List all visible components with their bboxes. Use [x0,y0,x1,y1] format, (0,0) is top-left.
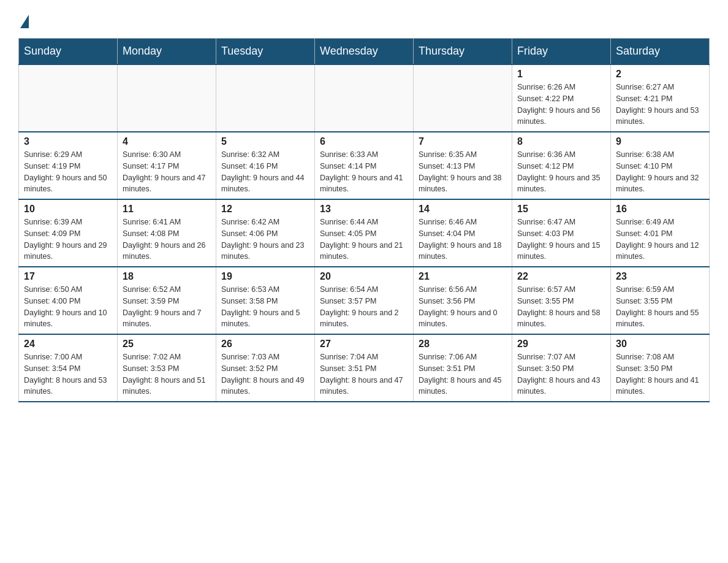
weekday-header-saturday: Saturday [611,39,710,65]
day-info: Sunrise: 6:47 AM Sunset: 4:03 PM Dayligh… [517,216,605,262]
day-info: Sunrise: 7:07 AM Sunset: 3:50 PM Dayligh… [517,351,605,397]
calendar-cell: 19Sunrise: 6:53 AM Sunset: 3:58 PM Dayli… [216,267,315,334]
day-info: Sunrise: 7:04 AM Sunset: 3:51 PM Dayligh… [320,351,408,397]
day-info: Sunrise: 6:41 AM Sunset: 4:08 PM Dayligh… [123,216,211,262]
calendar-cell: 16Sunrise: 6:49 AM Sunset: 4:01 PM Dayli… [611,199,710,267]
calendar-cell: 26Sunrise: 7:03 AM Sunset: 3:52 PM Dayli… [216,334,315,402]
calendar-header-row: SundayMondayTuesdayWednesdayThursdayFrid… [19,39,710,65]
calendar-cell: 7Sunrise: 6:35 AM Sunset: 4:13 PM Daylig… [414,132,512,199]
day-number: 2 [616,69,704,80]
day-number: 12 [221,204,309,215]
day-number: 5 [221,136,309,147]
day-number: 9 [616,136,704,147]
calendar-cell: 9Sunrise: 6:38 AM Sunset: 4:10 PM Daylig… [611,132,710,199]
calendar-cell [216,64,315,132]
calendar-cell: 13Sunrise: 6:44 AM Sunset: 4:05 PM Dayli… [315,199,414,267]
calendar-cell [315,64,414,132]
day-info: Sunrise: 6:52 AM Sunset: 3:59 PM Dayligh… [123,284,211,330]
day-number: 10 [24,204,112,215]
day-number: 4 [123,136,211,147]
calendar-week-row: 3Sunrise: 6:29 AM Sunset: 4:19 PM Daylig… [19,132,710,199]
weekday-header-thursday: Thursday [414,39,512,65]
calendar-cell: 21Sunrise: 6:56 AM Sunset: 3:56 PM Dayli… [414,267,512,334]
day-info: Sunrise: 7:06 AM Sunset: 3:51 PM Dayligh… [419,351,507,397]
weekday-header-wednesday: Wednesday [315,39,414,65]
day-number: 13 [320,204,408,215]
calendar-cell: 24Sunrise: 7:00 AM Sunset: 3:54 PM Dayli… [19,334,118,402]
day-number: 30 [616,339,704,350]
day-number: 22 [517,271,605,282]
day-number: 6 [320,136,408,147]
day-info: Sunrise: 6:54 AM Sunset: 3:57 PM Dayligh… [320,284,408,330]
calendar-cell [118,64,216,132]
day-number: 28 [419,339,507,350]
day-number: 27 [320,339,408,350]
day-number: 24 [24,339,112,350]
day-number: 21 [419,271,507,282]
day-number: 29 [517,339,605,350]
calendar-week-row: 24Sunrise: 7:00 AM Sunset: 3:54 PM Dayli… [19,334,710,402]
day-info: Sunrise: 6:36 AM Sunset: 4:12 PM Dayligh… [517,149,605,195]
day-info: Sunrise: 6:35 AM Sunset: 4:13 PM Dayligh… [419,149,507,195]
day-number: 1 [517,69,605,80]
day-info: Sunrise: 6:42 AM Sunset: 4:06 PM Dayligh… [221,216,309,262]
day-number: 18 [123,271,211,282]
calendar-cell: 1Sunrise: 6:26 AM Sunset: 4:22 PM Daylig… [512,64,611,132]
day-info: Sunrise: 6:44 AM Sunset: 4:05 PM Dayligh… [320,216,408,262]
calendar-cell: 6Sunrise: 6:33 AM Sunset: 4:14 PM Daylig… [315,132,414,199]
day-info: Sunrise: 6:30 AM Sunset: 4:17 PM Dayligh… [123,149,211,195]
calendar-cell: 29Sunrise: 7:07 AM Sunset: 3:50 PM Dayli… [512,334,611,402]
day-info: Sunrise: 7:03 AM Sunset: 3:52 PM Dayligh… [221,351,309,397]
day-info: Sunrise: 6:39 AM Sunset: 4:09 PM Dayligh… [24,216,112,262]
day-info: Sunrise: 7:00 AM Sunset: 3:54 PM Dayligh… [24,351,112,397]
day-number: 17 [24,271,112,282]
day-number: 15 [517,204,605,215]
calendar-cell: 3Sunrise: 6:29 AM Sunset: 4:19 PM Daylig… [19,132,118,199]
day-info: Sunrise: 6:32 AM Sunset: 4:16 PM Dayligh… [221,149,309,195]
day-info: Sunrise: 6:57 AM Sunset: 3:55 PM Dayligh… [517,284,605,330]
calendar-cell: 28Sunrise: 7:06 AM Sunset: 3:51 PM Dayli… [414,334,512,402]
calendar-cell: 5Sunrise: 6:32 AM Sunset: 4:16 PM Daylig… [216,132,315,199]
calendar-cell: 17Sunrise: 6:50 AM Sunset: 4:00 PM Dayli… [19,267,118,334]
day-info: Sunrise: 6:50 AM Sunset: 4:00 PM Dayligh… [24,284,112,330]
calendar-cell [19,64,118,132]
calendar-cell: 2Sunrise: 6:27 AM Sunset: 4:21 PM Daylig… [611,64,710,132]
day-number: 7 [419,136,507,147]
day-number: 11 [123,204,211,215]
day-info: Sunrise: 6:53 AM Sunset: 3:58 PM Dayligh… [221,284,309,330]
calendar-week-row: 10Sunrise: 6:39 AM Sunset: 4:09 PM Dayli… [19,199,710,267]
calendar-cell: 15Sunrise: 6:47 AM Sunset: 4:03 PM Dayli… [512,199,611,267]
calendar-cell: 12Sunrise: 6:42 AM Sunset: 4:06 PM Dayli… [216,199,315,267]
day-info: Sunrise: 7:02 AM Sunset: 3:53 PM Dayligh… [123,351,211,397]
day-info: Sunrise: 6:29 AM Sunset: 4:19 PM Dayligh… [24,149,112,195]
calendar-cell: 18Sunrise: 6:52 AM Sunset: 3:59 PM Dayli… [118,267,216,334]
day-info: Sunrise: 6:56 AM Sunset: 3:56 PM Dayligh… [419,284,507,330]
logo-triangle-icon [20,15,29,28]
calendar-cell: 8Sunrise: 6:36 AM Sunset: 4:12 PM Daylig… [512,132,611,199]
calendar-week-row: 17Sunrise: 6:50 AM Sunset: 4:00 PM Dayli… [19,267,710,334]
calendar-cell: 30Sunrise: 7:08 AM Sunset: 3:50 PM Dayli… [611,334,710,402]
calendar-cell: 27Sunrise: 7:04 AM Sunset: 3:51 PM Dayli… [315,334,414,402]
weekday-header-sunday: Sunday [19,39,118,65]
page-header [18,12,710,26]
calendar-cell: 10Sunrise: 6:39 AM Sunset: 4:09 PM Dayli… [19,199,118,267]
day-info: Sunrise: 6:38 AM Sunset: 4:10 PM Dayligh… [616,149,704,195]
calendar-table: SundayMondayTuesdayWednesdayThursdayFrid… [18,38,710,402]
day-info: Sunrise: 6:46 AM Sunset: 4:04 PM Dayligh… [419,216,507,262]
calendar-cell: 14Sunrise: 6:46 AM Sunset: 4:04 PM Dayli… [414,199,512,267]
logo [18,12,29,26]
calendar-cell: 11Sunrise: 6:41 AM Sunset: 4:08 PM Dayli… [118,199,216,267]
day-info: Sunrise: 7:08 AM Sunset: 3:50 PM Dayligh… [616,351,704,397]
day-number: 25 [123,339,211,350]
day-number: 20 [320,271,408,282]
calendar-cell: 23Sunrise: 6:59 AM Sunset: 3:55 PM Dayli… [611,267,710,334]
day-number: 19 [221,271,309,282]
day-info: Sunrise: 6:26 AM Sunset: 4:22 PM Dayligh… [517,82,605,128]
calendar-cell: 20Sunrise: 6:54 AM Sunset: 3:57 PM Dayli… [315,267,414,334]
day-info: Sunrise: 6:33 AM Sunset: 4:14 PM Dayligh… [320,149,408,195]
calendar-week-row: 1Sunrise: 6:26 AM Sunset: 4:22 PM Daylig… [19,64,710,132]
day-number: 3 [24,136,112,147]
weekday-header-tuesday: Tuesday [216,39,315,65]
day-info: Sunrise: 6:59 AM Sunset: 3:55 PM Dayligh… [616,284,704,330]
calendar-cell: 25Sunrise: 7:02 AM Sunset: 3:53 PM Dayli… [118,334,216,402]
